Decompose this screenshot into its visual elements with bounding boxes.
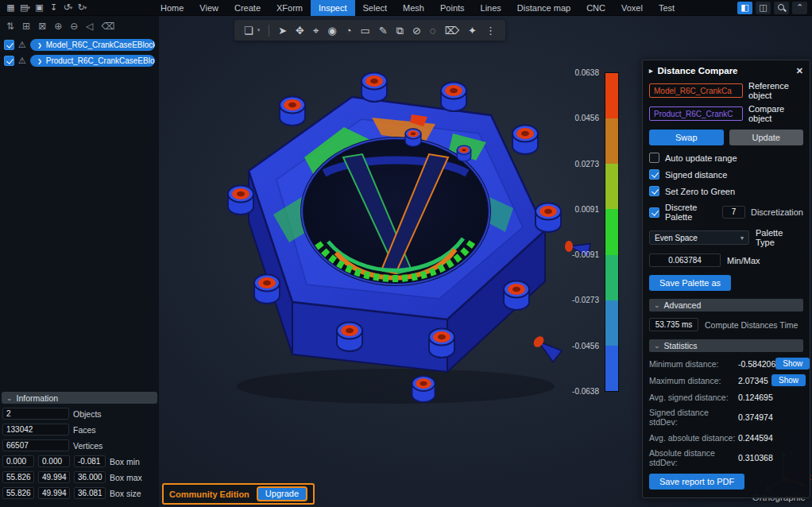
menu-tabs: HomeViewCreateXFormInspectSelectMeshPoin…: [153, 0, 682, 16]
redo-icon[interactable]: ↻ ▾: [76, 2, 88, 14]
menu-item[interactable]: Distance map: [509, 0, 578, 16]
marquee-select-icon[interactable]: ▭: [361, 25, 370, 36]
menu-item[interactable]: XForm: [269, 0, 311, 16]
select-cursor-icon[interactable]: ➤: [278, 25, 287, 36]
sort-objects-icon[interactable]: ⇅: [6, 21, 14, 32]
object-pill[interactable]: Product_R6C_CrankCaseEBloc: [30, 55, 155, 67]
signed-distance-checkbox[interactable]: [649, 169, 659, 180]
colorbar-segment: [605, 73, 618, 118]
dropdown-caret-icon[interactable]: ▾: [84, 5, 87, 11]
layout-icon[interactable]: ◫: [756, 2, 771, 14]
menu-item[interactable]: Inspect: [311, 0, 354, 16]
signed-distance-row: Signed distance: [649, 169, 803, 180]
mute-icon[interactable]: ◁: [86, 21, 93, 32]
show-button[interactable]: Show: [771, 374, 806, 386]
object-pill[interactable]: Model_R6C_CrankCaseEBlock: [30, 39, 155, 51]
dropdown-caret-icon[interactable]: ▾: [70, 5, 73, 11]
eraser-icon[interactable]: ⌦: [445, 25, 459, 36]
menubar-right: ◧ ◫ ⌃: [737, 2, 812, 14]
camera-orbit-icon[interactable]: ◉: [327, 25, 336, 36]
upgrade-button[interactable]: Upgrade: [257, 486, 307, 501]
compare-object-field[interactable]: Product_R6C_CrankC: [649, 106, 743, 121]
colorbar-segment: [605, 164, 618, 209]
set-zero-to-green-checkbox[interactable]: [649, 186, 659, 196]
box-max-y: 49.994: [38, 471, 70, 483]
warning-icon: ⚠: [18, 56, 26, 66]
auto-update-range-checkbox[interactable]: [649, 153, 659, 163]
colorbar-segment: [605, 255, 618, 300]
collapse-ribbon-icon[interactable]: ⌃: [792, 2, 807, 14]
advanced-section-header[interactable]: Advanced: [649, 299, 803, 312]
visibility-checkbox[interactable]: [4, 56, 14, 66]
visibility-checkbox[interactable]: [4, 40, 14, 50]
minmax-input[interactable]: 0.063784: [649, 254, 721, 267]
file-icon[interactable]: ▤ ▾: [19, 2, 31, 14]
lasso-select-icon[interactable]: ◌: [430, 25, 436, 36]
deselect-all-icon[interactable]: ⊠: [38, 21, 46, 32]
menu-item[interactable]: Points: [432, 0, 473, 16]
select-all-icon[interactable]: ⊞: [22, 21, 30, 32]
menu-item[interactable]: CNC: [578, 0, 613, 16]
save-palette-button[interactable]: Save Palette as: [649, 275, 731, 291]
update-button[interactable]: Update: [729, 130, 804, 145]
menu-item[interactable]: Voxel: [613, 0, 651, 16]
distance-compare-panel: Distance Compare ✕ Model_R6C_CrankCa Ref…: [642, 60, 810, 498]
box-size-x: 55.826: [2, 487, 34, 499]
menu-item[interactable]: Lines: [473, 0, 509, 16]
fit-view-caret-icon[interactable]: ▾: [257, 27, 261, 33]
undo-icon[interactable]: ↺ ▾: [62, 2, 74, 14]
show-all-icon[interactable]: ⊕: [54, 21, 62, 32]
import-icon[interactable]: ↧: [48, 2, 60, 14]
menu-item[interactable]: View: [191, 0, 226, 16]
information-header[interactable]: Information: [2, 392, 157, 404]
save-report-button[interactable]: Save report to PDF: [649, 474, 744, 490]
more-tools-icon[interactable]: ⋮: [485, 25, 496, 36]
compare-object-row: Product_R6C_CrankC Compare object: [649, 104, 803, 123]
search-icon[interactable]: [774, 2, 789, 14]
statistics-list: Minimum distance: -0.584206 Show Maximum…: [649, 358, 803, 467]
fit-view-icon[interactable]: ❏: [244, 25, 253, 36]
discrete-palette-checkbox[interactable]: [649, 207, 659, 218]
turntable-icon[interactable]: ◔: [346, 25, 352, 36]
colorbar-tick-label: 0.0273: [550, 160, 599, 168]
discretization-input[interactable]: 7: [722, 206, 745, 219]
menu-item[interactable]: Test: [651, 0, 682, 16]
close-panel-icon[interactable]: ✕: [796, 67, 803, 75]
hide-all-icon[interactable]: ⊖: [70, 21, 78, 32]
paint-select-icon[interactable]: ✎: [379, 25, 388, 36]
colorbar-tick-label: -0.0091: [550, 250, 599, 259]
colorbar-tick-label: -0.0456: [550, 342, 599, 350]
statistics-section-header[interactable]: Statistics: [649, 339, 803, 352]
camera-view-icon[interactable]: ⌖: [313, 25, 319, 36]
info-row-objects: 2 Objects: [2, 408, 157, 420]
magic-wand-icon[interactable]: ✦: [468, 25, 477, 36]
info-row-box-size: 55.826 49.994 36.081 Box size: [2, 487, 157, 499]
swap-button[interactable]: Swap: [649, 130, 724, 145]
scene-tree-item[interactable]: ⚠ Model_R6C_CrankCaseEBlock: [4, 39, 155, 51]
app-menu-icon[interactable]: ▦: [5, 2, 17, 14]
menu-item[interactable]: Select: [355, 0, 396, 16]
colorbar-segment: [605, 209, 618, 254]
copy-view-icon[interactable]: ⧉: [396, 25, 404, 36]
menu-item[interactable]: Home: [153, 0, 191, 16]
panel-toggle-icon[interactable]: ◧: [737, 2, 752, 14]
information-panel: Information 2 Objects 133042 Faces 66507…: [2, 392, 157, 503]
move-icon[interactable]: ✥: [296, 25, 304, 36]
reference-object-field[interactable]: Model_R6C_CrankCa: [649, 83, 743, 98]
scene-tree-item[interactable]: ⚠ Product_R6C_CrankCaseEBloc: [4, 55, 155, 67]
info-row-faces: 133042 Faces: [2, 424, 157, 435]
save-icon[interactable]: ▣: [33, 2, 45, 14]
hide-selection-icon[interactable]: ⊘: [412, 25, 421, 36]
reference-object-row: Model_R6C_CrankCa Reference object: [649, 81, 803, 100]
app-window: ▦ ▤ ▾ ▣ ↧ ↺ ▾ ↻ ▾ HomeViewCreateXFormIns…: [0, 0, 812, 507]
show-button[interactable]: Show: [775, 358, 810, 370]
colorbar-tick-label: -0.0638: [550, 387, 599, 396]
menu-item[interactable]: Create: [226, 0, 269, 16]
stat-row: Minimum distance: -0.584206 Show: [649, 358, 803, 370]
dropdown-caret-icon[interactable]: ▾: [27, 5, 30, 11]
delete-object-icon[interactable]: ⌫: [102, 21, 115, 32]
palette-type-dropdown[interactable]: Even Space: [649, 230, 749, 245]
menu-item[interactable]: Mesh: [395, 0, 432, 16]
info-row-box-min: 0.000 0.000 -0.081 Box min: [2, 455, 157, 467]
distance-compare-header[interactable]: Distance Compare ✕: [649, 66, 803, 75]
